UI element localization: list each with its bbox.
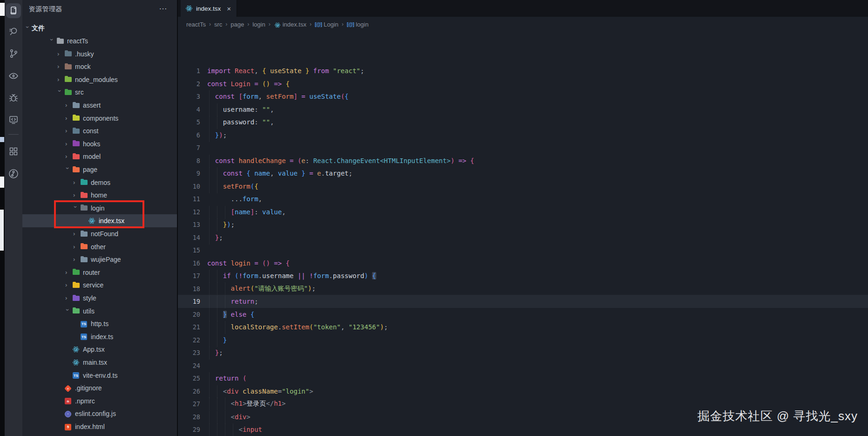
code-line-10[interactable]: 10 setForm({ [178,180,868,193]
chevron-right-icon: › [73,243,78,251]
tree-item-label: style [83,294,96,302]
tree-item-label: src [75,89,84,96]
code-line-9[interactable]: 9 const { name, value } = e.target; [178,167,868,180]
code-line-16[interactable]: 16const login = () => { [178,257,868,270]
npm-icon: n [64,397,72,405]
watermark-text: 掘金技术社区 @ 寻找光_sxy [698,408,858,424]
tree-item-home[interactable]: ›home [22,189,177,202]
folder-icon [72,127,80,135]
code-line-2[interactable]: 2const Login = () => { [178,77,868,90]
line-number: 12 [178,208,200,216]
eye-icon[interactable] [6,68,21,83]
tree-item-label: reactTs [67,37,88,45]
tree-item-demos[interactable]: ›demos [22,176,177,189]
activity-bar [5,0,22,436]
live-preview-icon[interactable] [6,112,21,127]
tree-item-label: index.ts [91,333,113,341]
chevron-right-icon: › [65,153,70,160]
code-line-11[interactable]: 11 ...form, [178,192,868,205]
tree-item-page[interactable]: ›page [22,163,177,176]
tree-item-label: utils [83,307,95,315]
chevron-right-icon: › [65,294,70,302]
code-line-24[interactable]: 24 [178,359,868,372]
tree-item-reactts[interactable]: ›reactTs [22,34,177,48]
code-line-1[interactable]: 1import React, { useState } from "react"… [178,64,868,77]
tree-item-other[interactable]: ›other [22,240,177,253]
code-line-14[interactable]: 14 }; [178,231,868,244]
tree-item-hooks[interactable]: ›hooks [22,137,177,150]
tree-item-index-ts[interactable]: ›TSindex.ts [22,330,177,343]
tree-item--husky[interactable]: ›.husky [22,48,177,61]
line-number: 17 [178,272,200,279]
more-actions-icon[interactable]: … [159,2,168,12]
code-line-7[interactable]: 7 [178,141,868,154]
tree-item-node-modules[interactable]: ›node_modules [22,73,177,86]
tree-item--gitignore[interactable]: ›⑂.gitignore [22,382,177,395]
debug-icon[interactable] [6,90,21,105]
code-line-8[interactable]: 8 const handleChange = (e: React.ChangeE… [178,154,868,167]
tree-item-label: assert [83,102,101,109]
code-line-29[interactable]: 29 <input [178,423,868,436]
activity-bar-divider [8,134,19,135]
code-line-12[interactable]: 12 [name]: value, [178,205,868,218]
tree-item-utils[interactable]: ›utils [22,305,177,318]
code-line-26[interactable]: 26 <div className="login"> [178,385,868,398]
html-icon: 5 [64,423,72,431]
code-editor[interactable]: 1import React, { useState } from "react"… [178,0,868,436]
code-line-13[interactable]: 13 }); [178,218,868,231]
code-line-21[interactable]: 21 localStorage.setItem("token", "123456… [178,320,868,334]
code-line-22[interactable]: 22 } [178,334,868,347]
files-icon[interactable] [6,3,21,18]
code-line-4[interactable]: 4 username: "", [178,103,868,116]
chevron-right-icon: › [65,269,70,276]
source-control-icon[interactable] [6,46,21,61]
editor-area: index.tsx × reactTs›src›page›login›index… [178,0,868,436]
code-line-3[interactable]: 3 const [form, setForm] = useState({ [178,90,868,103]
tree-item-eslint-config-js[interactable]: ›◦eslint.config.js [22,407,177,420]
code-text: return ( [207,375,246,382]
code-line-18[interactable]: 18 alert("请输入账号密码"); [178,282,868,295]
tree-item--npmrc[interactable]: ›n.npmrc [22,395,177,408]
tree-item-label: main.tsx [83,359,107,366]
tree-item-service[interactable]: ›service [22,279,177,292]
line-number: 5 [178,118,200,126]
tree-item-src[interactable]: ›src [22,86,177,99]
tree-item-vite-env-d-ts[interactable]: ›TSvite-env.d.ts [22,369,177,382]
folder-icon [72,307,80,315]
files-section-header[interactable]: › 文件 [22,22,177,34]
code-text: alert("请输入账号密码"); [207,285,316,293]
chevron-right-icon: › [57,50,62,58]
tree-item-http-ts[interactable]: ›TShttp.ts [22,317,177,330]
tree-item-const[interactable]: ›const [22,124,177,137]
git-graph-icon[interactable] [6,166,21,181]
code-text: setForm({ [207,183,258,190]
tree-item-components[interactable]: ›components [22,112,177,125]
tree-item-model[interactable]: ›model [22,150,177,163]
tree-item-notfound[interactable]: ›notFound [22,227,177,240]
tree-item-assert[interactable]: ›assert [22,99,177,112]
extensions-grid-icon[interactable] [6,144,21,159]
code-line-15[interactable]: 15 [178,244,868,257]
tree-item-style[interactable]: ›style [22,292,177,305]
line-number: 18 [178,285,200,293]
code-line-23[interactable]: 23 }; [178,346,868,359]
tree-item-app-tsx[interactable]: ›App.tsx [22,343,177,356]
code-line-20[interactable]: 20 } else { [178,308,868,321]
code-text: const Login = () => { [207,80,290,88]
code-line-25[interactable]: 25 return ( [178,372,868,385]
search-icon[interactable] [6,24,21,39]
tree-item-mock[interactable]: ›mock [22,60,177,73]
chevron-right-icon: › [73,191,78,199]
code-line-6[interactable]: 6 }); [178,129,868,142]
chevron-right-icon: › [73,256,78,263]
tree-item-index-html[interactable]: ›5index.html [22,420,177,433]
code-line-5[interactable]: 5 password: "", [178,116,868,129]
tree-item-main-tsx[interactable]: ›main.tsx [22,356,177,369]
code-line-17[interactable]: 17 if (!form.username || !form.password)… [178,269,868,282]
code-text: if (!form.username || !form.password) { [207,272,376,279]
code-line-19[interactable]: 19 return; [178,295,868,308]
chevron-down-icon: › [24,26,31,31]
tree-item-router[interactable]: ›router [22,266,177,279]
tree-item-wujiepage[interactable]: ›wujiePage [22,253,177,266]
tree-item-label: home [91,191,107,199]
